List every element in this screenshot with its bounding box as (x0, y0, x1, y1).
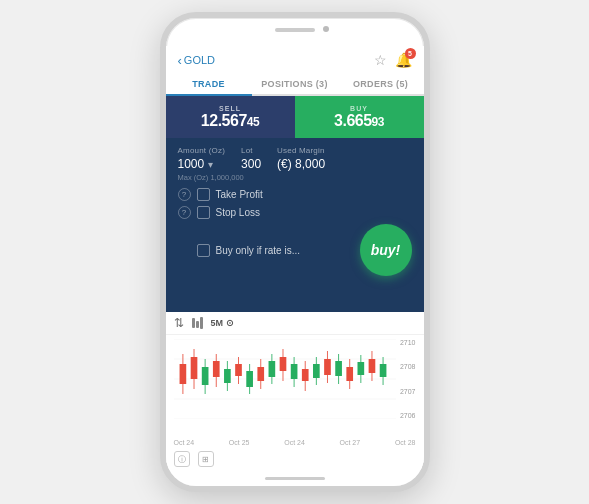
svg-rect-10 (201, 367, 208, 385)
svg-rect-12 (212, 361, 219, 377)
svg-rect-36 (346, 367, 353, 381)
phone-screen: ‹ GOLD ☆ 🔔 5 TRADE POSITIONS (3) ORDERS … (166, 46, 424, 486)
svg-rect-30 (313, 364, 320, 378)
price-level-2: 2708 (400, 363, 416, 370)
tab-orders[interactable]: ORDERS (5) (338, 74, 424, 94)
chart-content: 2710 2708 2707 2706 (166, 335, 424, 439)
date-label-3: Oct 24 (284, 439, 305, 446)
stop-loss-checkbox[interactable] (197, 206, 210, 219)
margin-field: Used Margin (€) 8,000 (277, 146, 325, 171)
phone-device: ‹ GOLD ☆ 🔔 5 TRADE POSITIONS (3) ORDERS … (160, 12, 430, 492)
back-button[interactable]: ‹ GOLD (178, 53, 216, 68)
phone-speaker (275, 28, 315, 32)
svg-rect-8 (190, 357, 197, 379)
take-profit-label: Take Profit (216, 189, 263, 200)
svg-rect-14 (224, 369, 231, 383)
price-level-4: 2706 (400, 412, 416, 419)
buy-only-checkbox[interactable] (197, 244, 210, 257)
amount-row: Amount (Oz) 1000 ▾ Lot 300 Used Margin (… (178, 146, 412, 171)
home-bar (265, 477, 325, 480)
svg-rect-38 (357, 362, 364, 375)
sell-price-small: 45 (247, 115, 259, 129)
candlestick-icon[interactable] (192, 317, 203, 329)
swap-icon[interactable]: ⇅ (174, 316, 184, 330)
svg-rect-40 (368, 359, 375, 373)
svg-rect-26 (290, 364, 297, 379)
lot-field: Lot 300 (241, 146, 261, 171)
max-amount-text: Max (Oz) 1,000,000 (178, 173, 412, 182)
bell-icon-wrap[interactable]: 🔔 5 (395, 52, 412, 68)
sell-box[interactable]: SELL 12.56745 (166, 96, 295, 138)
lot-value: 300 (241, 157, 261, 171)
candle-bar-1 (192, 318, 195, 328)
chart-bottom-icons: ⓘ ⊞ (166, 448, 424, 470)
phone-camera (323, 26, 329, 32)
svg-rect-34 (335, 361, 342, 376)
price-axis: 2710 2708 2707 2706 (396, 339, 416, 419)
sell-label: SELL (219, 105, 241, 112)
trade-form: Amount (Oz) 1000 ▾ Lot 300 Used Margin (… (166, 138, 424, 312)
bell-badge: 5 (405, 48, 416, 59)
candlestick-chart (174, 339, 396, 439)
amount-label: Amount (Oz) (178, 146, 226, 155)
candle-bar-2 (196, 321, 199, 328)
date-label-5: Oct 28 (395, 439, 416, 446)
date-label-4: Oct 27 (340, 439, 361, 446)
chart-toolbar: ⇅ 5M ⊙ (166, 312, 424, 335)
buy-price: 3.66593 (334, 112, 384, 130)
buy-button[interactable]: buy! (360, 224, 412, 276)
info-icon[interactable]: ⓘ (174, 451, 190, 467)
candle-bar-3 (200, 317, 203, 329)
svg-rect-22 (268, 361, 275, 377)
svg-rect-16 (235, 364, 242, 376)
svg-rect-28 (301, 369, 308, 381)
amount-dropdown-icon: ▾ (208, 159, 213, 170)
buy-only-checkbox-row: Buy only if rate is... (178, 244, 300, 257)
amount-field: Amount (Oz) 1000 ▾ (178, 146, 226, 171)
buy-label: BUY (350, 105, 368, 112)
margin-value: (€) 8,000 (277, 157, 325, 171)
header-icons: ☆ 🔔 5 (374, 52, 412, 68)
amount-value: 1000 (178, 157, 205, 171)
lot-label: Lot (241, 146, 261, 155)
price-level-3: 2707 (400, 388, 416, 395)
home-indicator (166, 470, 424, 486)
star-icon[interactable]: ☆ (374, 52, 387, 68)
price-level-1: 2710 (400, 339, 416, 346)
svg-rect-32 (324, 359, 331, 375)
buy-box[interactable]: BUY 3.66593 (295, 96, 424, 138)
tab-positions[interactable]: POSITIONS (3) (252, 74, 338, 94)
price-row: SELL 12.56745 BUY 3.66593 (166, 96, 424, 138)
buy-price-small: 93 (372, 115, 384, 129)
stop-loss-row: ? Stop Loss (178, 206, 412, 219)
svg-rect-20 (257, 367, 264, 381)
svg-rect-6 (179, 364, 186, 384)
timeframe-selector[interactable]: 5M ⊙ (211, 318, 234, 328)
date-label-2: Oct 25 (229, 439, 250, 446)
buy-price-main: 3.665 (334, 112, 372, 129)
amount-value-row[interactable]: 1000 ▾ (178, 157, 226, 171)
buy-only-row: Buy only if rate is... buy! (178, 224, 412, 276)
back-label: GOLD (184, 54, 215, 66)
chart-svg (174, 339, 396, 419)
chart-date-labels: Oct 24 Oct 25 Oct 24 Oct 27 Oct 28 (166, 439, 424, 448)
grid-icon[interactable]: ⊞ (198, 451, 214, 467)
stop-loss-label: Stop Loss (216, 207, 260, 218)
svg-rect-24 (279, 357, 286, 371)
take-profit-checkbox[interactable] (197, 188, 210, 201)
stop-loss-help-icon[interactable]: ? (178, 206, 191, 219)
take-profit-help-icon[interactable]: ? (178, 188, 191, 201)
svg-rect-18 (246, 371, 253, 387)
header: ‹ GOLD ☆ 🔔 5 (166, 46, 424, 74)
margin-label: Used Margin (277, 146, 325, 155)
sell-price-main: 12.567 (201, 112, 247, 129)
tabs-bar: TRADE POSITIONS (3) ORDERS (5) (166, 74, 424, 96)
buy-only-label: Buy only if rate is... (216, 245, 300, 256)
date-label-1: Oct 24 (174, 439, 195, 446)
svg-rect-42 (379, 364, 386, 377)
chart-area: ⇅ 5M ⊙ (166, 312, 424, 470)
back-chevron-icon: ‹ (178, 53, 182, 68)
take-profit-row: ? Take Profit (178, 188, 412, 201)
tab-trade[interactable]: TRADE (166, 74, 252, 96)
sell-price: 12.56745 (201, 112, 259, 130)
